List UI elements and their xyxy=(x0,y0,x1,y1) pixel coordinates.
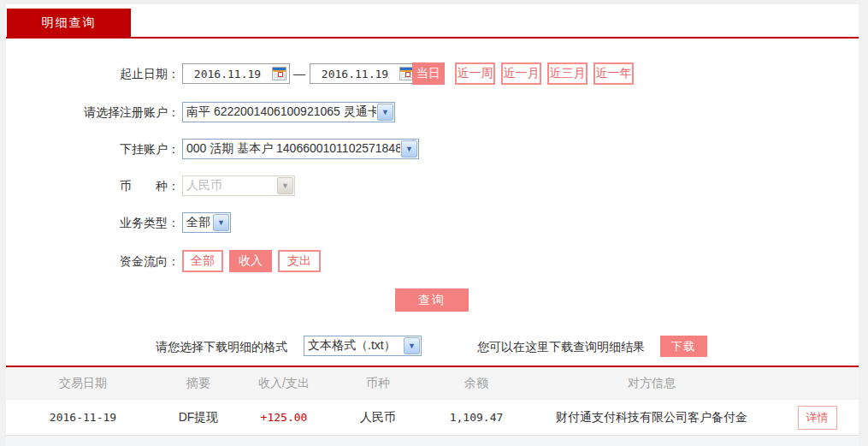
business-type-value: 全部 xyxy=(183,215,212,230)
register-account-value: 南平 6222001406100921065 灵通卡 xyxy=(183,104,376,120)
calendar-icon[interactable] xyxy=(272,67,286,80)
fund-flow-expense-button[interactable]: 支出 xyxy=(278,250,321,272)
register-account-label: 请选择注册账户： xyxy=(9,105,180,121)
business-type-label: 业务类型： xyxy=(9,216,180,231)
quick-range-year-button[interactable]: 近一年 xyxy=(593,62,634,85)
quick-range-month-button[interactable]: 近一月 xyxy=(501,62,541,85)
end-date-value: 2016.11.19 xyxy=(310,68,399,80)
header-trade-date: 交易日期 xyxy=(6,376,160,391)
fund-flow-all-button[interactable]: 全部 xyxy=(182,250,223,272)
start-date-input[interactable]: 2016.11.19 xyxy=(182,63,290,84)
download-button[interactable]: 下载 xyxy=(660,336,707,357)
cell-balance: 1,109.47 xyxy=(425,411,528,424)
sub-account-value: 000 活期 基本户 1406600101102571848 xyxy=(183,141,400,157)
currency-select: 人民币 ▼ xyxy=(182,175,295,196)
query-button[interactable]: 查询 xyxy=(395,288,469,312)
header-currency: 币种 xyxy=(331,376,425,391)
cell-trade-date: 2016-11-19 xyxy=(6,411,160,424)
date-separator: — xyxy=(293,67,305,80)
cell-summary: DF提现 xyxy=(160,410,237,425)
download-format-select[interactable]: 文本格式（.txt） ▼ xyxy=(304,336,422,356)
business-type-select[interactable]: 全部 ▼ xyxy=(182,212,231,233)
download-format-label: 请您选择下载明细的格式 xyxy=(156,340,287,355)
cell-currency: 人民币 xyxy=(331,410,425,425)
header-balance: 余额 xyxy=(425,376,528,391)
fund-flow-income-button[interactable]: 收入 xyxy=(229,250,272,272)
tab-label: 明细查询 xyxy=(42,15,97,31)
download-hint: 您可以在这里下载查询明细结果 xyxy=(477,340,645,355)
quick-range-today-button[interactable]: 当日 xyxy=(412,62,445,85)
header-counterparty: 对方信息 xyxy=(528,376,776,391)
date-range-label: 起止日期： xyxy=(9,67,180,82)
chevron-down-icon: ▼ xyxy=(404,337,420,354)
chevron-down-icon: ▼ xyxy=(277,177,293,194)
end-date-input[interactable]: 2016.11.19 xyxy=(310,63,417,84)
currency-label: 币 种： xyxy=(9,179,180,194)
tab-detail-query[interactable]: 明细查询 xyxy=(7,9,131,38)
sub-account-label: 下挂账户： xyxy=(9,142,180,158)
download-format-value: 文本格式（.txt） xyxy=(304,338,403,354)
cell-amount: +125.00 xyxy=(237,411,331,424)
table-header-row: 交易日期 摘要 收入/支出 币种 余额 对方信息 xyxy=(6,367,859,400)
sub-account-select[interactable]: 000 活期 基本户 1406600101102571848 ▼ xyxy=(182,139,419,159)
chevron-down-icon: ▼ xyxy=(401,140,417,158)
chevron-down-icon: ▼ xyxy=(377,104,393,121)
currency-value: 人民币 xyxy=(183,178,276,193)
table-row: 2016-11-19 DF提现 +125.00 人民币 1,109.47 财付通… xyxy=(6,400,859,436)
detail-query-page: 明细查询 起止日期： 2016.11.19 — 2016.11.19 当日 近一… xyxy=(0,0,868,446)
header-income-expense: 收入/支出 xyxy=(237,376,331,391)
cell-counterparty: 财付通支付科技有限公司客户备付金 xyxy=(528,410,776,425)
quick-range-3months-button[interactable]: 近三月 xyxy=(547,62,588,85)
quick-range-week-button[interactable]: 近一周 xyxy=(455,62,495,85)
fund-flow-label: 资金流向： xyxy=(9,254,180,270)
start-date-value: 2016.11.19 xyxy=(183,68,272,80)
register-account-select[interactable]: 南平 6222001406100921065 灵通卡 ▼ xyxy=(182,102,395,122)
detail-button[interactable]: 详情 xyxy=(798,406,837,430)
bottom-strip xyxy=(6,436,859,446)
chevron-down-icon: ▼ xyxy=(213,214,229,231)
header-summary: 摘要 xyxy=(160,376,237,391)
tab-underline xyxy=(6,37,859,39)
